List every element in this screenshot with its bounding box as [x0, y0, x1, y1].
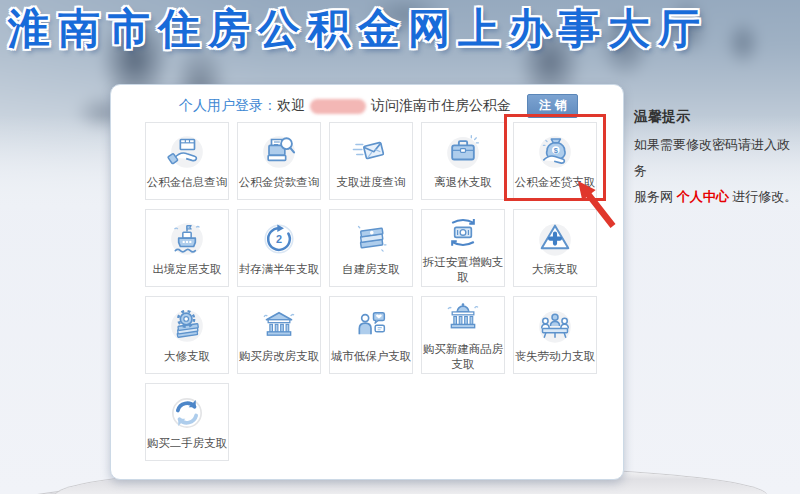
tips-line2-pre: 服务网	[634, 189, 677, 204]
service-item-label: 大修支取	[164, 349, 210, 363]
greeting-suffix: 访问淮南市住房公积金	[371, 97, 511, 115]
service-item-16[interactable]: 购买二手房支取	[145, 383, 229, 461]
page-title: 淮南市住房公积金网上办事大厅	[8, 1, 708, 57]
tips-title: 温馨提示	[634, 108, 800, 126]
service-item-10[interactable]: 大病支取	[513, 209, 597, 287]
service-item-5[interactable]: $ 公积金还贷支取	[513, 122, 597, 200]
service-item-label: 购买新建商品房支取	[422, 342, 504, 371]
service-item-2[interactable]: 公积金贷款查询	[237, 122, 321, 200]
service-item-13[interactable]: 城市低保户支取	[329, 296, 413, 374]
service-item-label: 自建房支取	[342, 262, 400, 276]
clock-refresh-icon: 2	[259, 219, 299, 259]
service-item-3[interactable]: 支取进度查询	[329, 122, 413, 200]
login-bar: 个人用户登录： 欢迎 访问淮南市住房公积金 注销	[179, 94, 578, 118]
service-item-label: 购买房改房支取	[239, 349, 320, 363]
svg-text:2: 2	[276, 233, 282, 245]
redacted-username	[310, 99, 366, 114]
service-item-label: 公积金信息查询	[147, 175, 228, 189]
person-chat-icon	[351, 306, 391, 346]
briefcase-icon	[443, 132, 483, 172]
printer-search-icon	[259, 132, 299, 172]
service-item-4[interactable]: 离退休支取	[421, 122, 505, 200]
service-item-label: 公积金贷款查询	[239, 175, 320, 189]
greeting-prefix: 欢迎	[277, 97, 305, 115]
tips-panel: 温馨提示 如果需要修改密码请进入政务服务网 个人中心 进行修改。	[634, 108, 800, 210]
money-stack-icon	[351, 219, 391, 259]
medical-triangle-icon	[535, 219, 575, 259]
hand-money-bag-icon: $	[535, 132, 575, 172]
service-item-6[interactable]: 出境定居支取	[145, 209, 229, 287]
tips-line1: 如果需要修改密码请进入政务	[634, 137, 790, 178]
service-item-15[interactable]: 丧失劳动力支取	[513, 296, 597, 374]
meeting-people-icon	[535, 306, 575, 346]
service-item-label: 封存满半年支取	[239, 262, 320, 276]
service-item-1[interactable]: 公积金信息查询	[145, 122, 229, 200]
logout-button[interactable]: 注销	[527, 94, 578, 118]
gear-stack-icon	[167, 306, 207, 346]
ship-icon	[167, 219, 207, 259]
service-item-label: 购买二手房支取	[147, 436, 228, 450]
service-item-label: 公积金还贷支取	[515, 175, 596, 189]
service-item-7[interactable]: 2 封存满半年支取	[237, 209, 321, 287]
service-item-11[interactable]: 大修支取	[145, 296, 229, 374]
flying-envelope-icon	[351, 132, 391, 172]
service-item-label: 城市低保户支取	[331, 349, 412, 363]
service-item-label: 丧失劳动力支取	[515, 349, 596, 363]
exchange-arrows-icon	[167, 393, 207, 433]
service-item-9[interactable]: 拆迁安置增购支取	[421, 209, 505, 287]
banknote-cycle-icon	[443, 212, 483, 252]
personal-center-link: 个人中心	[677, 189, 729, 204]
tips-body: 如果需要修改密码请进入政务服务网 个人中心 进行修改。	[634, 132, 800, 210]
service-item-label: 出境定居支取	[153, 262, 222, 276]
service-item-14[interactable]: 购买新建商品房支取	[421, 296, 505, 374]
service-item-label: 拆迁安置增购支取	[422, 255, 504, 284]
service-item-label: 支取进度查询	[337, 175, 406, 189]
service-item-label: 离退休支取	[434, 175, 492, 189]
bank-building-icon	[259, 306, 299, 346]
services-grid: 公积金信息查询 公积金贷款查询 支取进度查询 离退休支取 $ 公积金还贷支取 出…	[145, 122, 597, 461]
service-item-12[interactable]: 购买房改房支取	[237, 296, 321, 374]
service-item-label: 大病支取	[532, 262, 578, 276]
service-item-8[interactable]: 自建房支取	[329, 209, 413, 287]
hand-holding-box-icon	[167, 132, 207, 172]
page: 淮南市住房公积金网上办事大厅 个人用户登录： 欢迎 访问淮南市住房公积金 注销 …	[0, 0, 800, 494]
login-label: 个人用户登录：	[179, 97, 277, 115]
main-panel: 个人用户登录： 欢迎 访问淮南市住房公积金 注销 公积金信息查询 公积金贷款查询…	[110, 84, 624, 480]
tips-line2-post: 进行修改。	[729, 189, 798, 204]
bank-dome-building-icon	[443, 299, 483, 339]
